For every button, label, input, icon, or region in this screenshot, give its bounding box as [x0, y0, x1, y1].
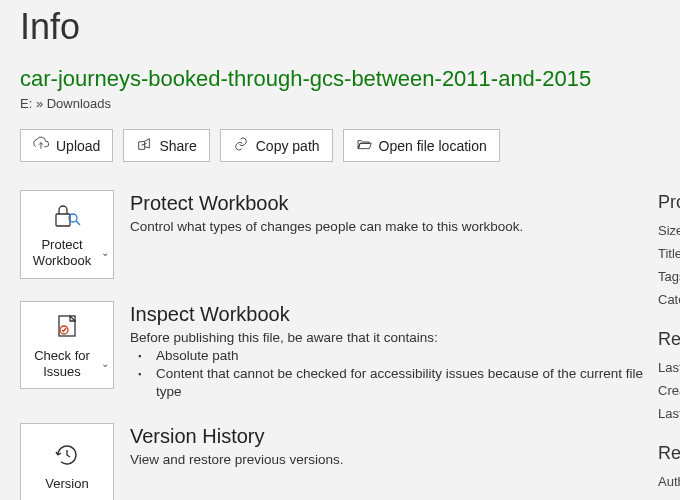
list-item: Content that cannot be checked for acces…: [154, 365, 660, 401]
inspect-title: Inspect Workbook: [130, 303, 660, 326]
prop-category-label: Cate: [658, 292, 680, 307]
svg-rect-0: [56, 214, 70, 226]
action-bar: Upload Share Copy path Open file locatio…: [20, 129, 660, 162]
version-desc: View and restore previous versions.: [130, 452, 660, 467]
prop-title-label: Title: [658, 246, 680, 261]
rel-last2-label: Last: [658, 406, 680, 421]
properties-heading: Pro: [658, 192, 680, 213]
protect-title: Protect Workbook: [130, 192, 660, 215]
folder-open-icon: [356, 136, 372, 155]
related-dates-heading: Rel: [658, 329, 680, 350]
inspect-desc: Before publishing this file, be aware th…: [130, 330, 660, 345]
file-path: E: » Downloads: [20, 96, 660, 111]
upload-button[interactable]: Upload: [20, 129, 113, 162]
version-history-button[interactable]: Version: [20, 423, 114, 500]
list-item: Absolute path: [154, 347, 660, 365]
link-icon: [233, 136, 249, 155]
chevron-down-icon: ⌄: [101, 358, 109, 371]
file-name: car-journeys-booked-through-gcs-between-…: [20, 66, 660, 92]
rel-created-label: Crea: [658, 383, 680, 398]
prop-size-label: Size: [658, 223, 680, 238]
upload-label: Upload: [56, 138, 100, 154]
protect-workbook-button[interactable]: Protect Workbook⌄: [20, 190, 114, 279]
rel-last-label: Last: [658, 360, 680, 375]
copy-path-label: Copy path: [256, 138, 320, 154]
copy-path-button[interactable]: Copy path: [220, 129, 333, 162]
version-btn-label: Version: [45, 476, 88, 492]
inspect-section: Check for Issues⌄ Inspect Workbook Befor…: [20, 301, 660, 402]
lock-search-icon: [51, 201, 83, 231]
upload-icon: [33, 136, 49, 155]
check-issues-button[interactable]: Check for Issues⌄: [20, 301, 114, 390]
protect-desc: Control what types of changes people can…: [130, 219, 660, 234]
inspect-issue-list: Absolute path Content that cannot be che…: [154, 347, 660, 402]
version-section: Version Version History View and restore…: [20, 423, 660, 500]
protect-btn-label: Protect Workbook: [25, 237, 99, 270]
prop-tags-label: Tags: [658, 269, 680, 284]
document-check-icon: [53, 312, 81, 342]
share-label: Share: [159, 138, 196, 154]
properties-panel: Pro Size Title Tags Cate Rel Last Crea L…: [658, 192, 680, 500]
related-people-heading: Rel: [658, 443, 680, 464]
history-icon: [54, 440, 80, 470]
author-label: Auth: [658, 474, 680, 489]
share-icon: [136, 136, 152, 155]
chevron-down-icon: ⌄: [101, 247, 109, 260]
check-btn-label: Check for Issues: [25, 348, 99, 381]
share-button[interactable]: Share: [123, 129, 209, 162]
page-title: Info: [20, 6, 660, 48]
protect-section: Protect Workbook⌄ Protect Workbook Contr…: [20, 190, 660, 279]
open-location-label: Open file location: [379, 138, 487, 154]
version-title: Version History: [130, 425, 660, 448]
open-location-button[interactable]: Open file location: [343, 129, 500, 162]
